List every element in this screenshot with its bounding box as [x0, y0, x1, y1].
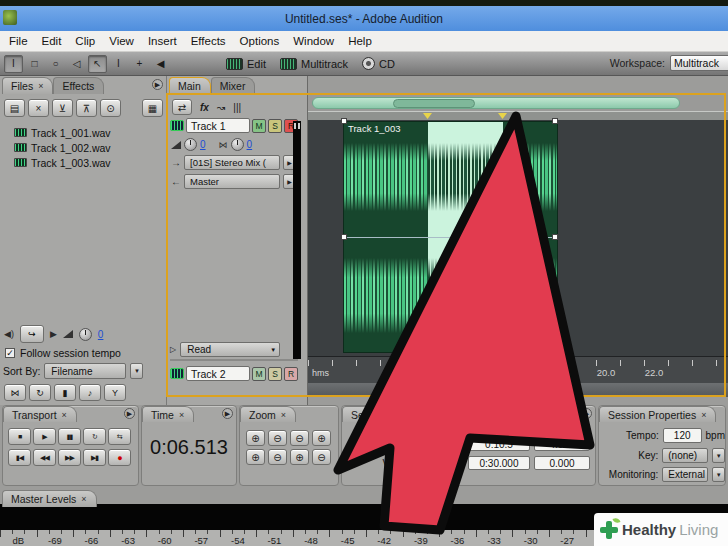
chevron-down-icon[interactable]: ▼ [130, 363, 143, 379]
tab-time[interactable]: Time × [142, 406, 194, 422]
close-icon[interactable]: × [179, 410, 184, 420]
file-type-toggle-icon[interactable]: ↻ [29, 384, 51, 401]
edit-file-icon[interactable]: ⊙ [100, 99, 121, 117]
close-icon[interactable]: × [81, 494, 86, 504]
panel-menu-icon[interactable]: ▶ [581, 408, 592, 419]
time-selection-tool-icon[interactable]: I [4, 55, 23, 73]
close-icon[interactable]: × [38, 81, 43, 91]
zoom-button-icon[interactable]: ⊖ [268, 449, 287, 465]
track1-output-dropdown[interactable]: Master [184, 174, 280, 189]
transport-button[interactable]: ▶▮ [83, 449, 106, 466]
selection-ruler[interactable] [308, 111, 728, 120]
insert-cd-icon[interactable]: ⊼ [76, 99, 97, 117]
selection-end-field[interactable]: 0:10.5 [468, 437, 530, 451]
file-type-toggle-icon[interactable]: Y [104, 384, 126, 401]
meters-icon[interactable]: ||| [233, 102, 241, 113]
menu-item[interactable]: Options [233, 33, 287, 49]
expander-icon[interactable]: ▷ [170, 345, 176, 354]
ibeam-tool-icon[interactable]: I [109, 55, 128, 73]
track1-input-dropdown[interactable]: [01S] Stereo Mix ( [184, 155, 280, 170]
transport-button[interactable]: ▮▮ [58, 428, 81, 445]
panel-menu-icon[interactable]: ▶ [124, 408, 135, 419]
envelope-handle[interactable] [552, 234, 558, 240]
view-begin-field[interactable] [408, 456, 464, 470]
file-type-toggle-icon[interactable]: ▮ [54, 384, 76, 401]
transport-button[interactable]: ⇆ [108, 428, 131, 445]
chevron-down-icon[interactable]: ▼ [712, 467, 725, 482]
transport-button[interactable]: ▶ [33, 428, 56, 445]
track1-pan-knob[interactable] [231, 138, 244, 151]
chevron-down-icon[interactable]: ▼ [712, 448, 725, 463]
fx-icon[interactable]: fx [200, 102, 209, 113]
menu-item[interactable]: View [102, 33, 141, 49]
volume-envelope-line[interactable] [343, 237, 558, 238]
transport-button[interactable]: ↻ [83, 428, 106, 445]
tab-effects[interactable]: Effects [53, 77, 104, 94]
close-icon[interactable]: × [281, 410, 286, 420]
file-list-item[interactable]: Track 1_003.wav [14, 155, 166, 170]
tab-master-levels[interactable]: Master Levels × [2, 490, 97, 507]
menu-item[interactable]: Effects [184, 33, 233, 49]
track1-mute-button[interactable]: M [252, 119, 266, 133]
zoom-button-icon[interactable]: ⊕ [312, 430, 331, 446]
zoom-button-icon[interactable]: ⊕ [246, 449, 265, 465]
tab-zoom[interactable]: Zoom × [240, 406, 296, 422]
mini-play-icon[interactable]: ▶ [50, 329, 57, 339]
tab-mixer[interactable]: Mixer [211, 77, 256, 94]
zoom-button-icon[interactable]: ⊖ [268, 430, 287, 446]
cd-view-button[interactable]: CD [362, 57, 395, 70]
speaker-icon[interactable]: ◀) [4, 329, 14, 339]
lasso-tool-icon[interactable]: ○ [46, 55, 65, 73]
transport-button[interactable]: ■ [8, 428, 31, 445]
selection-end-marker[interactable] [498, 113, 507, 119]
panel-menu-icon[interactable]: ▶ [152, 79, 163, 90]
tab-files[interactable]: Files × [2, 77, 53, 94]
sort-by-dropdown[interactable]: Filename [44, 363, 126, 379]
move-tool-icon[interactable]: + [130, 55, 149, 73]
close-icon[interactable]: × [701, 410, 706, 420]
clip-handle[interactable] [341, 118, 347, 124]
track1-volume-value[interactable]: 0 [200, 139, 206, 150]
zoom-button-icon[interactable]: ⊖ [312, 449, 331, 465]
display-options-icon[interactable]: ▦ [142, 99, 163, 117]
clip-handle[interactable] [552, 118, 558, 124]
tab-selection-view[interactable]: Selection/View [342, 406, 430, 422]
scrollbar-thumb[interactable] [393, 99, 475, 108]
track1-pan-value[interactable]: 0 [247, 139, 253, 150]
scrub2-tool-icon[interactable]: ◀ [151, 55, 170, 73]
marquee-tool-icon[interactable]: □ [25, 55, 44, 73]
import-file-icon[interactable]: ▤ [4, 99, 25, 117]
automation-icon[interactable]: ↝ [217, 102, 225, 113]
view-length-field[interactable]: 0.000 [534, 456, 590, 470]
insert-multitrack-icon[interactable]: ⊻ [52, 99, 73, 117]
preview-volume-knob[interactable] [79, 328, 92, 341]
preview-volume-value[interactable]: 0 [98, 329, 104, 340]
selection-begin-field[interactable] [408, 437, 464, 451]
edit-view-button[interactable]: Edit [226, 58, 266, 70]
multitrack-timeline-view[interactable]: Track 1_003 hms 14.016.018.020.022.0 [308, 95, 728, 397]
track2-solo-button[interactable]: S [268, 367, 282, 381]
zoom-button-icon[interactable]: ⊕ [246, 430, 265, 446]
hybrid-tool-icon[interactable]: ↖ [88, 55, 107, 73]
file-type-toggle-icon[interactable]: ⋈ [4, 384, 26, 401]
menu-item[interactable]: Edit [35, 33, 69, 49]
zoom-button-icon[interactable]: ⊕ [290, 449, 309, 465]
track2-name-field[interactable]: Track 2 [186, 366, 250, 381]
envelope-handle[interactable] [341, 234, 347, 240]
zoom-button-icon[interactable]: ⊖ [290, 430, 309, 446]
file-type-toggle-icon[interactable]: ♪ [79, 384, 101, 401]
title-bar[interactable]: Untitled.ses* - Adobe Audition [0, 6, 728, 31]
follow-tempo-checkbox[interactable]: ✓ [5, 348, 15, 358]
transport-button[interactable]: ◀◀ [33, 449, 56, 466]
menu-item[interactable]: Clip [68, 33, 102, 49]
transport-button[interactable]: ▮◀ [8, 449, 31, 466]
menu-item[interactable]: Insert [141, 33, 184, 49]
tab-main[interactable]: Main [169, 77, 211, 94]
file-list-item[interactable]: Track 1_001.wav [14, 125, 166, 140]
track-lanes[interactable]: Track 1_003 [308, 120, 728, 354]
scrub-tool-icon[interactable]: ◁ [67, 55, 86, 73]
track2-mute-button[interactable]: M [252, 367, 266, 381]
loop-export-icon[interactable]: ↪ [20, 325, 44, 343]
track2-record-button[interactable]: R [284, 367, 298, 381]
track1-name-field[interactable]: Track 1 [186, 118, 250, 133]
